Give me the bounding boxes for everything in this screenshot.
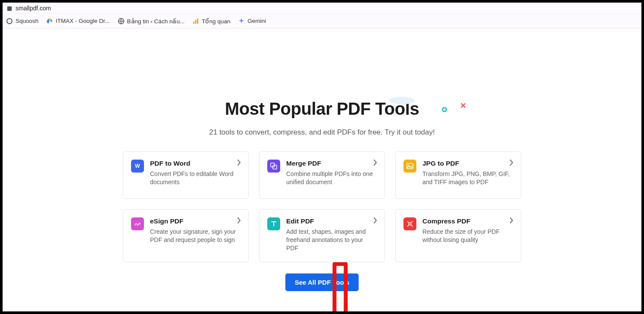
compress-icon	[403, 217, 416, 230]
hero-title: Most Popular PDF Tools	[3, 99, 641, 119]
tool-title: eSign PDF	[150, 217, 241, 225]
svg-point-17	[408, 165, 410, 166]
gdrive-icon	[46, 18, 53, 25]
viewport: smallpdf.com Squoosh ITMAX - Google Dr..…	[3, 3, 641, 311]
bookmarks-bar: Squoosh ITMAX - Google Dr... Bảng tin ‹ …	[3, 14, 641, 28]
bookmark-squoosh[interactable]: Squoosh	[6, 18, 38, 25]
site-icon	[7, 6, 12, 11]
bookmark-gemini[interactable]: Gemini	[238, 18, 266, 25]
text-icon	[267, 217, 280, 230]
tool-desc: Create your signature, sign your PDF and…	[150, 228, 241, 244]
bookmark-label: ITMAX - Google Dr...	[56, 18, 109, 24]
svg-rect-11	[197, 19, 198, 24]
squoosh-icon	[6, 18, 13, 25]
tool-card-pdf-to-word[interactable]: W PDF to Word Convert PDFs to editable W…	[123, 151, 249, 199]
chevron-right-icon	[373, 217, 378, 225]
tool-card-esign-pdf[interactable]: eSign PDF Create your signature, sign yo…	[123, 209, 249, 262]
bookmark-label: Gemini	[247, 18, 266, 24]
tools-grid: W PDF to Word Convert PDFs to editable W…	[123, 151, 521, 262]
word-icon: W	[131, 160, 144, 173]
tool-card-compress-pdf[interactable]: Compress PDF Reduce the size of your PDF…	[395, 209, 521, 262]
tool-title: Edit PDF	[286, 217, 377, 225]
chevron-right-icon	[510, 160, 514, 167]
signature-icon	[131, 217, 144, 230]
chevron-right-icon	[237, 160, 241, 167]
address-bar[interactable]: smallpdf.com	[3, 3, 641, 14]
tool-desc: Add text, shapes, images and freehand an…	[286, 228, 377, 252]
merge-icon	[267, 160, 280, 173]
hero-subtitle: 21 tools to convert, compress, and edit …	[3, 128, 641, 137]
bookmark-tongquan[interactable]: Tổng quan	[192, 18, 230, 25]
analytics-icon	[192, 18, 199, 25]
tool-title: Merge PDF	[286, 160, 377, 167]
see-all-tools-button[interactable]: See All PDF Tools	[285, 273, 359, 291]
gemini-icon	[238, 18, 245, 25]
tool-desc: Transform JPG, PNG, BMP, GIF, and TIFF i…	[422, 170, 513, 186]
bookmark-label: Squoosh	[16, 18, 38, 24]
svg-text:W: W	[135, 163, 140, 169]
svg-rect-9	[193, 22, 194, 24]
tool-title: JPG to PDF	[422, 160, 513, 167]
bookmark-bangtin[interactable]: Bảng tin ‹ Cách nấu...	[118, 18, 185, 25]
chevron-right-icon	[510, 217, 514, 225]
tool-title: Compress PDF	[422, 217, 513, 225]
decoration-blob	[389, 97, 415, 104]
chevron-right-icon	[237, 217, 241, 225]
tool-title: PDF to Word	[150, 160, 241, 167]
svg-rect-10	[195, 20, 197, 24]
bookmark-label: Bảng tin ‹ Cách nấu...	[127, 18, 185, 25]
image-icon	[403, 160, 416, 173]
tool-desc: Reduce the size of your PDF without losi…	[422, 228, 513, 244]
tool-desc: Combine multiple PDFs into one unified d…	[286, 170, 377, 186]
bookmark-label: Tổng quan	[202, 18, 230, 25]
bookmark-itmax[interactable]: ITMAX - Google Dr...	[46, 18, 109, 25]
tool-card-merge-pdf[interactable]: Merge PDF Combine multiple PDFs into one…	[259, 151, 385, 199]
svg-rect-0	[7, 6, 12, 11]
decoration-x: ✕	[460, 101, 466, 110]
address-url: smallpdf.com	[16, 5, 51, 12]
svg-point-1	[7, 19, 12, 24]
globe-icon	[118, 18, 125, 25]
svg-marker-4	[50, 19, 53, 22]
svg-rect-16	[407, 163, 413, 169]
decoration-circle	[442, 107, 447, 112]
tool-card-edit-pdf[interactable]: Edit PDF Add text, shapes, images and fr…	[259, 209, 385, 262]
page-content: ✕ Most Popular PDF Tools 21 tools to con…	[3, 99, 641, 311]
cta-wrap: See All PDF Tools	[3, 273, 641, 291]
chevron-right-icon	[373, 160, 378, 167]
tool-desc: Convert PDFs to editable Word documents	[150, 170, 241, 186]
tool-card-jpg-to-pdf[interactable]: JPG to PDF Transform JPG, PNG, BMP, GIF,…	[395, 151, 521, 199]
